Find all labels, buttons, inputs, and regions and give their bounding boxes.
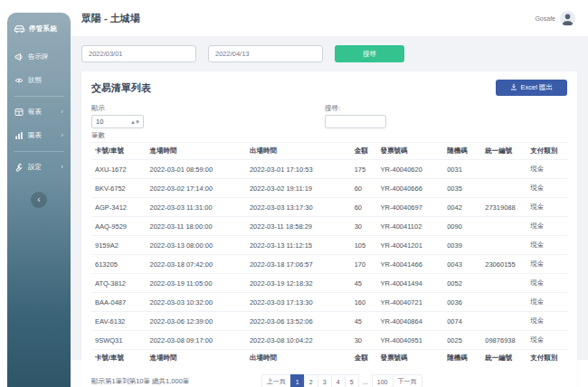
pagination-ellipsis: ... (358, 374, 373, 387)
bar-chart-icon (14, 131, 24, 140)
column-header: 卡號/車號 (91, 350, 146, 367)
table-cell: 30 (351, 331, 377, 350)
table-body: AXU-16722022-03-01 08:59:002022-03-01 17… (91, 160, 567, 350)
select-caret-icon: ▲▼ (130, 119, 139, 125)
table-cell: 0025 (443, 331, 481, 350)
pagination-page-4[interactable]: 4 (331, 374, 346, 387)
table-cell: YR-40040951 (377, 331, 444, 350)
table-cell: 60 (351, 198, 377, 217)
sidebar-item-announcement[interactable]: 告示牌 (7, 45, 71, 69)
table-cell (481, 160, 526, 179)
table-row[interactable]: BKV-67522022-03-02 17:14:002022-03-02 19… (91, 179, 567, 198)
table-cell: YR-40041494 (377, 274, 444, 293)
table-cell: 170 (351, 255, 377, 274)
pagination-page-1[interactable]: 1 (290, 374, 305, 387)
sidebar-item-status[interactable]: 狀態 (7, 69, 71, 92)
table-cell: 0036 (443, 293, 481, 312)
table-cell: 45 (351, 312, 377, 331)
table-footer-header: 卡號/車號進場時間出場時間金額發票號碼隨機碼統一編號支付類別 (91, 350, 567, 367)
pagination-next-button[interactable]: 下一頁 (393, 374, 422, 387)
page-length-select[interactable]: 10 ▲▼ (91, 115, 144, 128)
table-cell: 2022-03-11 18:58:29 (246, 217, 351, 236)
table-row[interactable]: EAV-61322022-03-06 12:39:002022-03-06 13… (91, 312, 567, 331)
table-cell: 2022-03-06 12:39:00 (146, 312, 245, 331)
chevron-right-icon: › (61, 164, 63, 171)
table-cell: 現金 (526, 331, 567, 350)
sidebar: 停管系統 告示牌狀態報表›圖表›設定› ‹ (7, 13, 71, 387)
table-icon (14, 108, 24, 117)
table-cell: 0043 (443, 255, 481, 274)
pagination-prev-button[interactable]: 上一頁 (261, 374, 291, 387)
table-cell (481, 217, 526, 236)
table-cell: AAQ-9529 (91, 217, 146, 236)
table-cell: 2022-03-19 12:18:32 (246, 274, 351, 293)
table-cell: 9SWQ31 (91, 331, 146, 350)
sidebar-item-settings[interactable]: 設定› (7, 156, 71, 179)
chevron-right-icon: › (61, 132, 63, 139)
date-from-input[interactable] (81, 45, 196, 62)
table-cell: 現金 (526, 160, 567, 179)
main-area: 眾陽 - 土城場 Gosafe 搜尋 交易清單列表 (71, 0, 588, 387)
table-cell: 0035 (443, 179, 481, 198)
table-cell: 09876938 (481, 331, 526, 350)
sidebar-item-label: 告示牌 (28, 52, 49, 61)
table-cell (481, 312, 526, 331)
date-to-input[interactable] (208, 45, 323, 62)
table-cell: 23060155 (481, 255, 526, 274)
table-search-input[interactable] (325, 115, 386, 128)
table-row[interactable]: AAQ-95292022-03-11 18:00:002022-03-11 18… (91, 217, 567, 236)
table-cell: 2022-03-03 17:13:30 (246, 293, 351, 312)
chevron-right-icon: › (61, 109, 63, 116)
table-cell: 現金 (526, 236, 567, 255)
table-cell: 105 (351, 236, 377, 255)
user-name: Gosafe (535, 15, 555, 22)
sidebar-collapse-button[interactable]: ‹ (31, 192, 47, 208)
sidebar-divider (14, 151, 64, 152)
table-row[interactable]: BAA-04872022-03-03 10:32:002022-03-03 17… (91, 293, 567, 312)
pagination-page-100[interactable]: 100 (372, 374, 394, 387)
app-brand[interactable]: 停管系統 (7, 13, 71, 45)
table-row[interactable]: 6132052022-03-18 07:42:002022-03-18 17:0… (91, 255, 567, 274)
sidebar-item-label: 報表 (28, 108, 42, 117)
pagination-page-2[interactable]: 2 (304, 374, 318, 387)
table-cell: YR-40040864 (377, 312, 444, 331)
table-cell: 2022-03-13 11:12:15 (246, 236, 351, 255)
table-cell: 現金 (526, 274, 567, 293)
column-header: 發票號碼 (377, 143, 444, 160)
user-menu[interactable]: Gosafe (535, 11, 575, 26)
announcement-icon (14, 52, 24, 61)
table-cell: 2022-03-03 11:31:00 (146, 198, 245, 217)
table-row[interactable]: AXU-16722022-03-01 08:59:002022-03-01 17… (91, 160, 567, 179)
table-cell (481, 274, 526, 293)
sidebar-item-charts[interactable]: 圖表› (7, 124, 71, 147)
content-area: 搜尋 交易清單列表 Excel 匯出 顯示 (71, 36, 588, 360)
table-row[interactable]: 9159A22022-03-13 08:00:002022-03-13 11:1… (91, 236, 567, 255)
filter-bar: 搜尋 (81, 45, 577, 62)
table-cell: 0090 (443, 217, 481, 236)
card-title: 交易清單列表 (91, 81, 151, 95)
pagination-page-3[interactable]: 3 (318, 374, 332, 387)
table-cell: 現金 (526, 179, 567, 198)
transaction-card: 交易清單列表 Excel 匯出 顯示 10 ▲▼ (81, 71, 577, 387)
excel-export-button[interactable]: Excel 匯出 (496, 80, 567, 96)
sidebar-item-label: 圖表 (28, 131, 42, 140)
table-cell: YR-40040721 (377, 293, 444, 312)
sidebar-item-reports[interactable]: 報表› (7, 100, 71, 124)
pagination-page-5[interactable]: 5 (345, 374, 359, 387)
table-cell: AXU-1672 (91, 160, 146, 179)
sidebar-divider (14, 96, 64, 97)
length-label: 顯示 (91, 104, 144, 113)
table-row[interactable]: AGP-34122022-03-03 11:31:002022-03-03 13… (91, 198, 567, 217)
chevron-left-icon: ‹ (37, 194, 40, 204)
table-info: 顯示第1筆到第10筆 總共1,000筆 (91, 377, 262, 386)
table-cell: 175 (351, 160, 377, 179)
column-header: 隨機碼 (443, 350, 481, 367)
table-row[interactable]: 9SWQ312022-03-08 09:17:002022-03-08 10:0… (91, 331, 567, 350)
table-cell: YR-40040620 (377, 160, 444, 179)
table-cell: 613205 (91, 255, 146, 274)
table-row[interactable]: ATQ-38122022-03-19 11:05:002022-03-19 12… (91, 274, 567, 293)
search-button[interactable]: 搜尋 (335, 45, 404, 62)
table-cell: YR-40041466 (377, 255, 444, 274)
column-header: 統一編號 (481, 350, 526, 367)
table-cell: 2022-03-13 08:00:00 (146, 236, 245, 255)
